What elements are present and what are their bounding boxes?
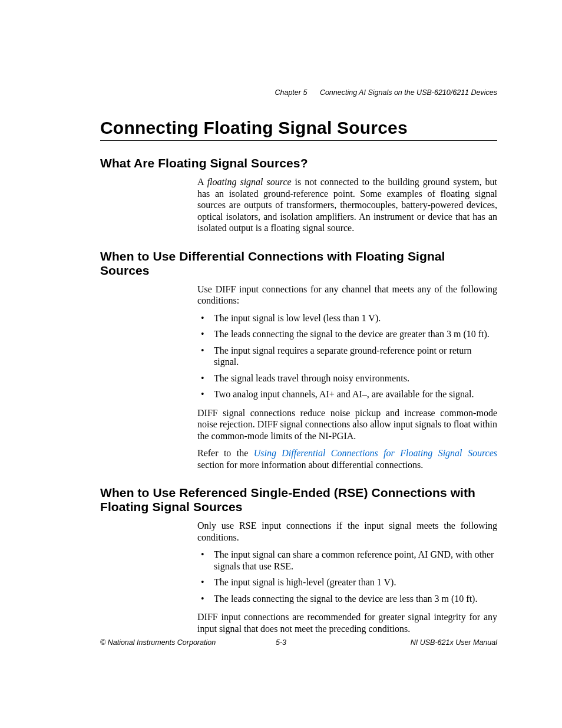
list-item: The input signal requires a separate gro… bbox=[197, 345, 497, 368]
header-chapter-title: Connecting AI Signals on the USB-6210/62… bbox=[320, 88, 497, 97]
section1-body: A floating signal source is not connecte… bbox=[197, 176, 497, 234]
list-item: The input signal is low level (less than… bbox=[197, 312, 497, 324]
page: Chapter 5 Connecting AI Signals on the U… bbox=[0, 0, 562, 728]
section3-body: Only use RSE input connections if the in… bbox=[197, 520, 497, 634]
text-pre: A bbox=[197, 177, 207, 187]
page-footer: © National Instruments Corporation 5-3 N… bbox=[0, 638, 562, 647]
list-item: Two analog input channels, AI+ and AI–, … bbox=[197, 388, 497, 400]
running-header: Chapter 5 Connecting AI Signals on the U… bbox=[275, 88, 497, 97]
list-item: The input signal can share a common refe… bbox=[197, 549, 497, 572]
heading-when-rse: When to Use Referenced Single-Ended (RSE… bbox=[100, 486, 497, 514]
section3-bullet-list: The input signal can share a common refe… bbox=[197, 549, 497, 604]
header-chapter-label: Chapter 5 bbox=[275, 88, 307, 97]
term-floating-signal-source: floating signal source bbox=[207, 177, 292, 187]
list-item: The signal leads travel through noisy en… bbox=[197, 373, 497, 384]
text-pre: Refer to the bbox=[197, 448, 254, 458]
footer-page-number: 5-3 bbox=[276, 638, 286, 647]
footer-copyright: © National Instruments Corporation bbox=[100, 638, 216, 647]
section2-body: Use DIFF input connections for any chann… bbox=[197, 284, 497, 471]
section3-intro: Only use RSE input connections if the in… bbox=[197, 520, 497, 543]
footer-manual-title: NI USB-621x User Manual bbox=[411, 638, 497, 647]
text-post: section for more information about diffe… bbox=[197, 460, 423, 470]
section2-paragraph-diff-note: DIFF signal connections reduce noise pic… bbox=[197, 407, 497, 442]
list-item: The leads connecting the signal to the d… bbox=[197, 328, 497, 340]
section1-paragraph: A floating signal source is not connecte… bbox=[197, 176, 497, 234]
page-title: Connecting Floating Signal Sources bbox=[100, 118, 497, 141]
link-using-diff-connections[interactable]: Using Differential Connections for Float… bbox=[254, 448, 497, 458]
list-item: The input signal is high-level (greater … bbox=[197, 577, 497, 588]
section2-crossref: Refer to the Using Differential Connecti… bbox=[197, 447, 497, 470]
section2-intro: Use DIFF input connections for any chann… bbox=[197, 284, 497, 307]
list-item: The leads connecting the signal to the d… bbox=[197, 593, 497, 605]
heading-what-are-floating: What Are Floating Signal Sources? bbox=[100, 156, 497, 170]
section2-bullet-list: The input signal is low level (less than… bbox=[197, 312, 497, 400]
heading-when-diff: When to Use Differential Connections wit… bbox=[100, 249, 497, 278]
section3-paragraph-recommendation: DIFF input connections are recommended f… bbox=[197, 611, 497, 634]
